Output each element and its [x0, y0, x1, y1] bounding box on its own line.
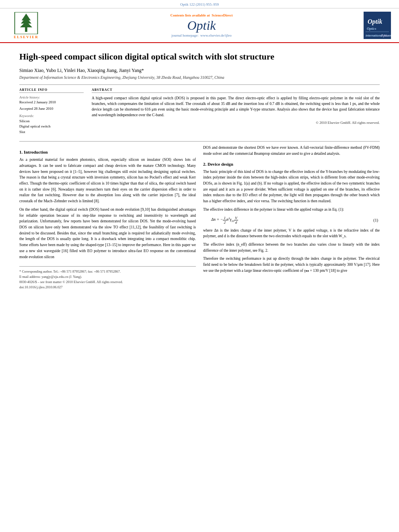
- footnote-email: E-mail address: yangjy@zju.edu.cn (J. Ya…: [19, 274, 196, 279]
- keyword-2: Digital optical switch: [19, 124, 84, 129]
- journal-center: Contents lists available at ScienceDirec…: [44, 13, 359, 37]
- authors: Simiao Xiao, Yubo Li, Yinlei Hao, Xiaoqi…: [19, 68, 380, 74]
- divider: [19, 84, 380, 85]
- keyword-3: Slot: [19, 129, 84, 135]
- keywords-label: Keywords:: [19, 114, 84, 118]
- homepage-url: www.elsevier.de/ijleo: [200, 33, 232, 37]
- journal-homepage: journal homepage: www.elsevier.de/ijleo: [171, 33, 232, 37]
- abstract-text: A high-speed compact silicon digital opt…: [92, 95, 380, 118]
- journal-header: ELSEVIER Contents lists available at Sci…: [0, 8, 399, 43]
- svg-text:International Journal: International Journal: [366, 34, 391, 37]
- section2-para4: The effective index (n_eff) difference b…: [203, 242, 380, 253]
- article-info-heading: Article Info: [19, 88, 84, 93]
- journal-citation: Optik 122 (2011) 955–959: [180, 2, 219, 6]
- paper-content: High-speed compact silicon digital optic…: [0, 43, 399, 298]
- section1-heading: 1. Introduction: [19, 150, 196, 154]
- equation-content: Δn = −12n3γ33Vd: [203, 216, 373, 224]
- footnotes: * Corresponding author. Tel.: +86 571 87…: [19, 266, 196, 290]
- keywords-list: Silicon Digital optical switch Slot: [19, 119, 84, 135]
- keyword-1: Silicon: [19, 119, 84, 124]
- accepted-date: Accepted 28 June 2010: [19, 107, 84, 111]
- svg-rect-1: [25, 27, 27, 32]
- footnote-corresponding: * Corresponding author. Tel.: +86 571 87…: [19, 269, 196, 274]
- history-label: Article history:: [19, 95, 84, 99]
- svg-text:Optics: Optics: [367, 27, 376, 31]
- divider-2: [19, 141, 380, 142]
- equation-number: (1): [373, 218, 380, 222]
- optik-logo-box: Optik Optics International Journal: [359, 12, 391, 39]
- optik-logo: Optik Optics International Journal: [364, 12, 391, 39]
- section2-heading: 2. Device design: [203, 162, 380, 166]
- sciencedirect-line: Contents lists available at ScienceDirec…: [170, 13, 232, 17]
- col-right: DOS and demonstrate the shortest DOS we …: [203, 145, 380, 290]
- svg-text:Optik: Optik: [368, 18, 382, 25]
- top-bar: Optik 122 (2011) 955–959: [0, 0, 399, 8]
- equation-row: Δn = −12n3γ33Vd (1): [203, 216, 380, 224]
- section2-para5: Therefore the switching performance is p…: [203, 256, 380, 273]
- footnote-doi: doi:10.1016/j.ijleo.2010.06.027: [19, 285, 196, 290]
- article-info-column: Article Info Article history: Received 2…: [19, 88, 84, 135]
- section1-continuation: DOS and demonstrate the shortest DOS we …: [203, 145, 380, 156]
- journal-title: Optik: [187, 19, 216, 32]
- paper-title: High-speed compact silicon digital optic…: [19, 51, 380, 63]
- copyright-line: © 2010 Elsevier GmbH. All rights reserve…: [92, 121, 380, 125]
- elsevier-text: ELSEVIER: [14, 35, 39, 39]
- section2-para2: The effective index difference in the po…: [203, 207, 380, 213]
- abstract-heading: Abstract: [92, 88, 380, 93]
- section2-para1: The basic principle of this kind of DOS …: [203, 169, 380, 204]
- article-info-row: Article Info Article history: Received 2…: [19, 88, 380, 135]
- section1-para1: As a potential material for modern photo…: [19, 157, 196, 204]
- col-left: 1. Introduction As a potential material …: [19, 145, 196, 290]
- footnote-doi-line: 0030-4026/$ – see front matter © 2010 El…: [19, 279, 196, 285]
- abstract-section: Abstract A high-speed compact silicon di…: [92, 88, 380, 135]
- elsevier-logo: ELSEVIER: [8, 12, 44, 39]
- received-date: Received 2 January 2010: [19, 100, 84, 104]
- sciencedirect-name: ScienceDirect: [212, 13, 232, 17]
- affiliation: Department of Information Science & Elec…: [19, 75, 380, 80]
- section1-para2: On the other hand, the digital optical s…: [19, 207, 196, 260]
- section2-para3: where Δn is the index change of the inne…: [203, 228, 380, 239]
- body-two-col: 1. Introduction As a potential material …: [19, 145, 380, 290]
